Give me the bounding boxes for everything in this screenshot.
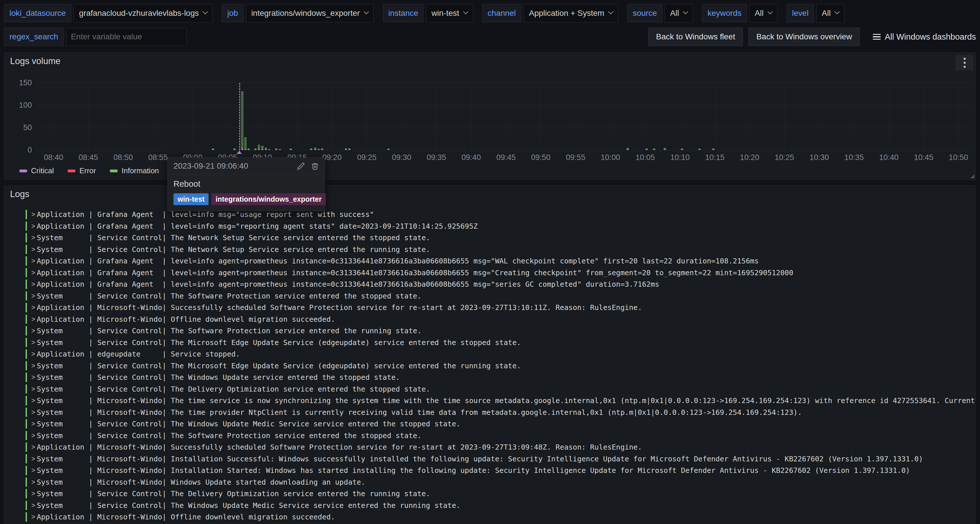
log-row[interactable]: >System | Service Control| The Network S…: [4, 244, 976, 255]
annotation-marker-icon[interactable]: [237, 151, 242, 154]
log-row[interactable]: >Application | Microsoft-Windo| Offline …: [4, 511, 976, 523]
expand-chevron-icon[interactable]: >: [31, 385, 35, 393]
expand-chevron-icon[interactable]: >: [31, 280, 35, 288]
expand-chevron-icon[interactable]: >: [31, 467, 35, 474]
variable-job: jobintegrations/windows_exporter: [222, 4, 374, 22]
log-row[interactable]: >Application | Microsoft-Windo| Successf…: [4, 302, 976, 314]
critical-bar-segment: [646, 150, 648, 150]
log-row[interactable]: >System | Service Control| The Microsoft…: [4, 337, 976, 349]
variable-value-dropdown[interactable]: All: [665, 4, 693, 22]
legend-item-information[interactable]: Information: [110, 166, 159, 175]
expand-chevron-icon[interactable]: >: [31, 234, 35, 242]
back-to-windows-overview-button[interactable]: Back to Windows overview: [748, 27, 860, 46]
critical-bar-segment: [712, 150, 714, 150]
annotation-tag[interactable]: integrations/windows_exporter: [212, 193, 326, 205]
regex-search-input[interactable]: [66, 28, 187, 46]
log-row[interactable]: >System | Service Control| The Software …: [4, 430, 976, 441]
variable-value-dropdown[interactable]: All: [749, 4, 777, 22]
log-row[interactable]: >Application | Grafana Agent | level=inf…: [4, 209, 976, 220]
expand-chevron-icon[interactable]: >: [31, 420, 35, 428]
expand-chevron-icon[interactable]: >: [31, 455, 35, 462]
log-row[interactable]: >Application | Grafana Agent | level=inf…: [4, 255, 976, 267]
variable-value-text: grafanacloud-vzhuravlevlabs-logs: [79, 9, 199, 18]
log-row[interactable]: >System | Service Control| The Software …: [4, 290, 976, 302]
log-row[interactable]: >System | Microsoft-Windo| The time serv…: [4, 395, 976, 406]
expand-chevron-icon[interactable]: >: [31, 338, 35, 346]
variable-value-dropdown[interactable]: All: [816, 4, 845, 22]
x-axis-tick-label: 10:00: [601, 153, 620, 162]
chevron-down-icon: [767, 9, 773, 14]
expand-chevron-icon[interactable]: >: [31, 222, 35, 230]
expand-chevron-icon[interactable]: >: [31, 210, 35, 218]
all-windows-dashboards-link[interactable]: All Windows dashboards: [873, 32, 976, 41]
log-row[interactable]: >System | Service Control| The Network S…: [4, 232, 976, 244]
expand-chevron-icon[interactable]: >: [31, 408, 35, 416]
legend-item-critical[interactable]: Critical: [19, 166, 54, 175]
logs-volume-bar: [318, 149, 320, 150]
expand-chevron-icon[interactable]: >: [31, 304, 35, 311]
x-axis-tick-label: 08:40: [44, 153, 64, 162]
log-row[interactable]: >System | Microsoft-Windo| Windows Updat…: [4, 476, 976, 488]
log-row[interactable]: >System | Service Control| The Windows U…: [4, 500, 976, 511]
critical-bar-segment: [290, 150, 292, 150]
log-row[interactable]: >Application | Microsoft-Windo| Offline …: [4, 314, 976, 325]
legend-item-error[interactable]: Error: [67, 166, 96, 175]
log-row[interactable]: >System | Service Control| The Windows U…: [4, 418, 976, 430]
log-row[interactable]: >System | Microsoft-Windo| The time prov…: [4, 406, 976, 418]
expand-chevron-icon[interactable]: >: [31, 245, 35, 253]
variable-label[interactable]: level: [787, 4, 814, 22]
back-to-windows-fleet-button[interactable]: Back to Windows fleet: [648, 27, 743, 46]
expand-chevron-icon[interactable]: >: [31, 501, 35, 509]
legend-swatch: [19, 169, 27, 172]
delete-annotation-icon[interactable]: [311, 162, 319, 170]
annotation-tag[interactable]: win-test: [173, 193, 208, 205]
variable-label[interactable]: source: [627, 4, 662, 22]
variable-label[interactable]: loki_datasource: [4, 4, 71, 22]
log-level-bar: [25, 489, 27, 499]
expand-chevron-icon[interactable]: >: [31, 373, 35, 381]
log-row[interactable]: >Application | edgeupdate | Service stop…: [4, 348, 976, 360]
log-row[interactable]: >System | Service Control| The Windows U…: [4, 371, 976, 383]
variable-label[interactable]: channel: [482, 4, 521, 22]
panel-menu-kebab-icon[interactable]: [956, 55, 974, 70]
critical-bar-segment: [348, 150, 350, 150]
expand-chevron-icon[interactable]: >: [31, 397, 35, 405]
log-row[interactable]: >System | Service Control| The Delivery …: [4, 488, 976, 500]
expand-chevron-icon[interactable]: >: [31, 269, 35, 276]
variable-label[interactable]: job: [222, 4, 243, 22]
expand-chevron-icon[interactable]: >: [31, 292, 35, 299]
log-row[interactable]: >Application | Grafana Agent | level=inf…: [4, 267, 976, 279]
variable-value-text: integrations/windows_exporter: [251, 9, 360, 18]
expand-chevron-icon[interactable]: >: [31, 350, 35, 358]
x-axis-tick-label: 09:20: [322, 153, 342, 162]
critical-bar-segment: [681, 150, 683, 150]
log-row[interactable]: >System | Microsoft-Windo| Installation …: [4, 453, 976, 465]
variable-label[interactable]: keywords: [702, 4, 747, 22]
expand-chevron-icon[interactable]: >: [31, 315, 35, 323]
log-line-text: Application | Grafana Agent | level=info…: [37, 268, 976, 277]
variable-value-dropdown[interactable]: grafanacloud-vzhuravlevlabs-logs: [73, 4, 213, 22]
critical-bar-segment: [310, 150, 312, 150]
expand-chevron-icon[interactable]: >: [31, 478, 35, 486]
log-row[interactable]: >System | Service Control| The Microsoft…: [4, 360, 976, 372]
x-axis-tick-label: 10:25: [775, 153, 794, 162]
variable-value-dropdown[interactable]: integrations/windows_exporter: [246, 4, 374, 22]
expand-chevron-icon[interactable]: >: [31, 362, 35, 370]
log-row[interactable]: >System | Service Control| The Software …: [4, 325, 976, 337]
expand-chevron-icon[interactable]: >: [31, 432, 35, 439]
edit-annotation-icon[interactable]: [297, 162, 305, 170]
log-row[interactable]: >System | Microsoft-Windo| Installation …: [4, 465, 976, 476]
expand-chevron-icon[interactable]: >: [31, 443, 35, 451]
log-row[interactable]: >System | Service Control| The Delivery …: [4, 383, 976, 395]
log-row[interactable]: >Application | Grafana Agent | level=inf…: [4, 279, 976, 290]
panel-resize-handle[interactable]: [970, 174, 974, 178]
variable-value-dropdown[interactable]: win-test: [426, 4, 473, 22]
expand-chevron-icon[interactable]: >: [31, 490, 35, 498]
log-row[interactable]: >Application | Grafana Agent | level=inf…: [4, 220, 976, 232]
variable-label[interactable]: instance: [383, 4, 424, 22]
expand-chevron-icon[interactable]: >: [31, 513, 35, 521]
expand-chevron-icon[interactable]: >: [31, 257, 35, 265]
expand-chevron-icon[interactable]: >: [31, 327, 35, 334]
variable-value-dropdown[interactable]: Application + System: [523, 4, 618, 22]
log-row[interactable]: >Application | Microsoft-Windo| Successf…: [4, 441, 976, 453]
